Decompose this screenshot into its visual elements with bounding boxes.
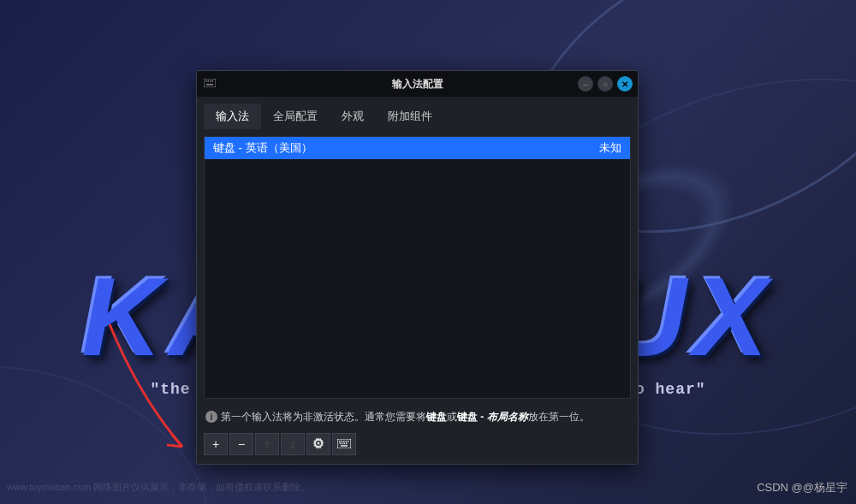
svg-rect-1 xyxy=(205,80,207,82)
settings-button[interactable] xyxy=(306,433,330,455)
svg-rect-10 xyxy=(346,441,348,442)
add-button[interactable]: + xyxy=(204,433,228,455)
input-method-name: 键盘 - 英语（美国） xyxy=(213,140,312,156)
close-button[interactable]: ✕ xyxy=(617,76,633,92)
keyboard-icon xyxy=(204,78,216,90)
svg-rect-12 xyxy=(340,443,342,445)
watermark-source: www.toymoban.com 网络图片仅供展示，非存储，如有侵权请联系删除。 xyxy=(7,481,310,494)
input-method-list[interactable]: 键盘 - 英语（美国） 未知 xyxy=(204,136,631,399)
svg-rect-0 xyxy=(204,79,216,87)
move-up-button[interactable]: ↑ xyxy=(255,433,279,455)
svg-rect-11 xyxy=(348,441,349,442)
move-down-button[interactable]: ↓ xyxy=(281,433,305,455)
svg-rect-16 xyxy=(341,445,348,447)
svg-rect-14 xyxy=(344,443,346,445)
svg-rect-5 xyxy=(206,84,213,86)
list-item[interactable]: 键盘 - 英语（美国） 未知 xyxy=(205,137,630,159)
tab-addons[interactable]: 附加组件 xyxy=(376,104,444,129)
svg-rect-9 xyxy=(343,441,345,442)
tab-input-method[interactable]: 输入法 xyxy=(204,104,261,129)
minimize-button[interactable]: – xyxy=(578,76,593,92)
remove-button[interactable]: − xyxy=(229,433,253,455)
keyboard-icon xyxy=(337,437,351,451)
svg-rect-13 xyxy=(342,443,343,445)
dialog-title: 输入法配置 xyxy=(197,77,638,92)
tab-appearance[interactable]: 外观 xyxy=(330,104,376,129)
watermark-author: CSDN @@杨星宇 xyxy=(757,480,847,495)
svg-rect-15 xyxy=(346,443,348,445)
svg-rect-3 xyxy=(210,80,211,82)
gear-icon xyxy=(312,437,324,452)
tab-bar: 输入法 全局配置 外观 附加组件 xyxy=(197,97,638,129)
svg-rect-7 xyxy=(339,441,341,442)
window-controls: – ○ ✕ xyxy=(578,76,633,92)
keyboard-button[interactable] xyxy=(332,433,356,455)
maximize-button[interactable]: ○ xyxy=(597,76,613,92)
info-text: 第一个输入法将为非激活状态。通常您需要将键盘或键盘 - 布局名称放在第一位。 xyxy=(221,409,590,424)
svg-rect-2 xyxy=(208,80,210,82)
toolbar: + − ↑ ↓ xyxy=(197,428,638,464)
tab-global-config[interactable]: 全局配置 xyxy=(261,104,330,129)
svg-rect-8 xyxy=(342,441,343,442)
info-icon: i xyxy=(205,411,217,423)
input-method-status: 未知 xyxy=(599,140,621,156)
svg-rect-4 xyxy=(212,80,214,82)
titlebar: 输入法配置 – ○ ✕ xyxy=(197,71,638,97)
input-method-config-dialog: 输入法配置 – ○ ✕ 输入法 全局配置 外观 附加组件 键盘 - 英语（美国）… xyxy=(196,70,639,465)
info-message: i 第一个输入法将为非激活状态。通常您需要将键盘或键盘 - 布局名称放在第一位。 xyxy=(197,406,638,428)
